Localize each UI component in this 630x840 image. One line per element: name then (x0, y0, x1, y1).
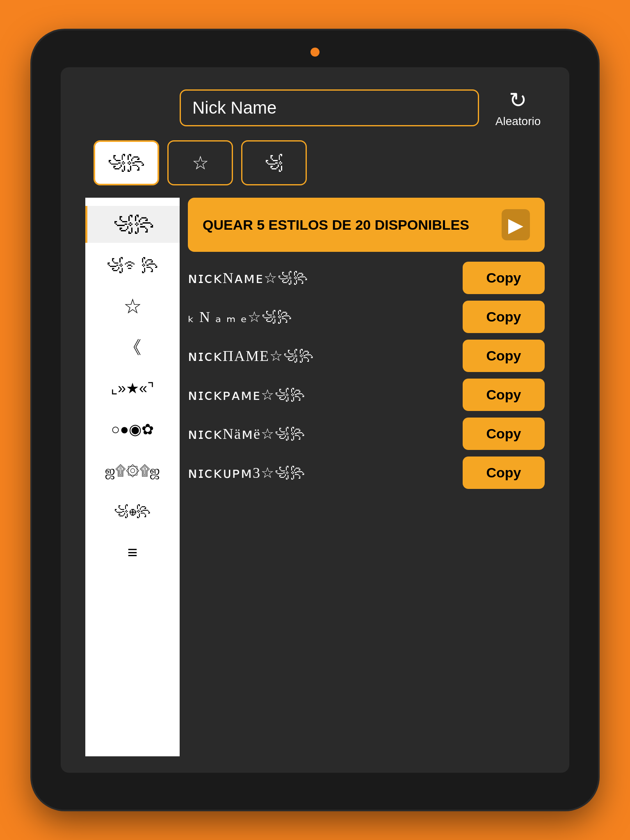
sidebar-icon-2: ☆ (123, 296, 142, 317)
sidebar-item-5[interactable]: ○●◉✿ (85, 411, 180, 448)
refresh-icon: ↻ (509, 88, 527, 112)
sidebar-icon-1: ꧁ᯤ꧂ (107, 257, 158, 274)
sidebar-icon-6: ஜ۩۞۩ஜ (105, 463, 160, 477)
style-sidebar: ꧁꧂ ꧁ᯤ꧂ ☆ 《 ⌞»★«⌝ ○●◉✿ (85, 198, 180, 756)
main-area: ꧁꧂ ꧁ᯤ꧂ ☆ 《 ⌞»★«⌝ ○●◉✿ (85, 198, 545, 756)
sidebar-item-6[interactable]: ஜ۩۞۩ஜ (85, 452, 180, 489)
promo-text: QUEAR 5 ESTILOS DE 20 DISPONIBLES (203, 216, 469, 234)
name-display-4: ɴɪᴄᴋNäᴍë☆꧁꧂ (188, 425, 454, 443)
screen: ↻ Aleatorio ꧁꧂ ☆ ꧁ (61, 67, 569, 773)
style-tab-1[interactable]: ꧁꧂ (94, 140, 159, 185)
name-row-4: ɴɪᴄᴋNäᴍë☆꧁꧂ Copy (188, 418, 545, 450)
sidebar-icon-5: ○●◉✿ (111, 422, 154, 437)
promo-banner[interactable]: QUEAR 5 ESTILOS DE 20 DISPONIBLES ▶ (188, 198, 545, 252)
style-tab-1-symbol: ꧁꧂ (107, 152, 145, 174)
sidebar-icon-7: ꧁⊕꧂ (114, 504, 151, 519)
style-tab-3-symbol: ꧁ (265, 152, 283, 174)
sidebar-icon-4: ⌞»★«⌝ (111, 381, 154, 396)
sidebar-icon-0: ꧁꧂ (113, 214, 154, 235)
style-tab-3[interactable]: ꧁ (241, 140, 307, 185)
sidebar-item-0[interactable]: ꧁꧂ (85, 206, 180, 243)
camera-dot (310, 48, 320, 57)
style-tab-2[interactable]: ☆ (167, 140, 233, 185)
sidebar-icon-8: ≡ (128, 544, 138, 561)
names-list: ɴɪᴄᴋNᴀᴍᴇ☆꧁꧂ Copy ₖ N ₐ ₘ ₑ☆꧁꧂ Copy ɴɪᴄᴋП… (180, 262, 545, 756)
name-row-3: ɴɪᴄᴋᴘᴀᴍᴇ☆꧁꧂ Copy (188, 379, 545, 411)
name-display-1: ₖ N ₐ ₘ ₑ☆꧁꧂ (188, 308, 454, 326)
promo-video-icon: ▶ (502, 209, 530, 240)
copy-button-5[interactable]: Copy (463, 457, 545, 489)
name-row-5: ɴɪᴄᴋᴜᴩᴍ3☆꧁꧂ Copy (188, 457, 545, 489)
name-row-1: ₖ N ₐ ₘ ₑ☆꧁꧂ Copy (188, 301, 545, 333)
sidebar-item-4[interactable]: ⌞»★«⌝ (85, 370, 180, 407)
name-row-2: ɴɪᴄᴋПАМЕ☆꧁꧂ Copy (188, 340, 545, 372)
name-display-3: ɴɪᴄᴋᴘᴀᴍᴇ☆꧁꧂ (188, 386, 454, 404)
style-selector-row: ꧁꧂ ☆ ꧁ (85, 140, 545, 185)
name-display-2: ɴɪᴄᴋПАМЕ☆꧁꧂ (188, 347, 454, 365)
content-area: QUEAR 5 ESTILOS DE 20 DISPONIBLES ▶ ɴɪᴄᴋ… (180, 198, 545, 756)
sidebar-item-3[interactable]: 《 (85, 329, 180, 366)
style-tab-2-symbol: ☆ (192, 152, 209, 174)
sidebar-item-8[interactable]: ≡ (85, 534, 180, 571)
sidebar-icon-3: 《 (123, 338, 142, 356)
top-row: ↻ Aleatorio (85, 88, 545, 128)
sidebar-item-7[interactable]: ꧁⊕꧂ (85, 493, 180, 530)
name-display-0: ɴɪᴄᴋNᴀᴍᴇ☆꧁꧂ (188, 269, 454, 287)
copy-button-4[interactable]: Copy (463, 418, 545, 450)
name-row-0: ɴɪᴄᴋNᴀᴍᴇ☆꧁꧂ Copy (188, 262, 545, 294)
app-container: ↻ Aleatorio ꧁꧂ ☆ ꧁ (61, 67, 569, 773)
aleatorio-label: Aleatorio (495, 115, 541, 128)
nick-name-input[interactable] (192, 98, 466, 118)
sidebar-item-2[interactable]: ☆ (85, 288, 180, 325)
tablet-frame: ↻ Aleatorio ꧁꧂ ☆ ꧁ (32, 30, 598, 810)
copy-button-2[interactable]: Copy (463, 340, 545, 372)
copy-button-3[interactable]: Copy (463, 379, 545, 411)
copy-button-1[interactable]: Copy (463, 301, 545, 333)
sidebar-item-1[interactable]: ꧁ᯤ꧂ (85, 247, 180, 284)
search-input-wrapper[interactable] (180, 89, 479, 126)
copy-button-0[interactable]: Copy (463, 262, 545, 294)
name-display-5: ɴɪᴄᴋᴜᴩᴍ3☆꧁꧂ (188, 464, 454, 482)
aleatorio-button[interactable]: ↻ Aleatorio (491, 88, 545, 128)
